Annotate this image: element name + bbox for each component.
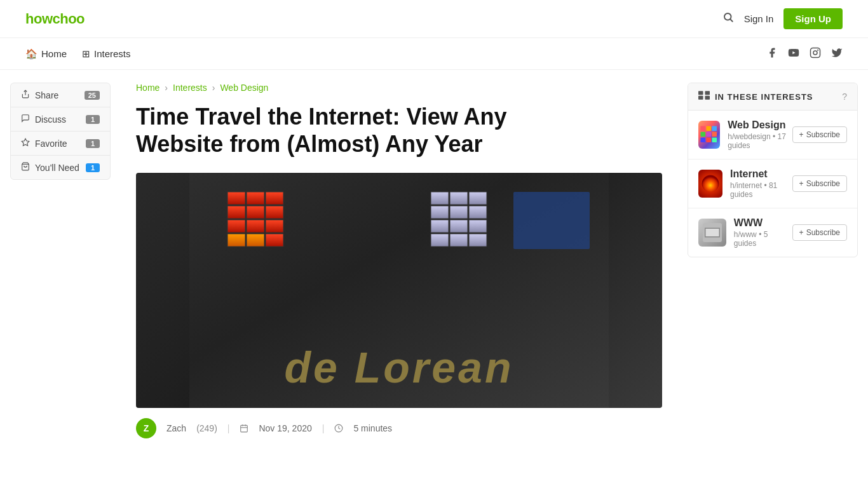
subscribe-www-button[interactable]: + Subscribe xyxy=(792,224,847,241)
interests-icon: ⊞ xyxy=(82,48,90,60)
read-time: 5 minutes xyxy=(353,423,392,433)
svg-rect-23 xyxy=(431,192,449,205)
author-info: Z Zach (249) | Nov 19, 2020 | 5 minutes xyxy=(136,418,662,438)
interest-name-internet: Internet xyxy=(730,168,792,180)
svg-rect-24 xyxy=(450,192,468,205)
author-name[interactable]: Zach xyxy=(166,423,186,433)
share-action[interactable]: Share 25 xyxy=(11,83,110,107)
article-date: Nov 19, 2020 xyxy=(259,423,311,433)
home-icon: 🏠 xyxy=(25,48,37,60)
share-label: Share xyxy=(35,90,58,100)
interest-icon-internet[interactable] xyxy=(698,170,722,198)
svg-rect-54 xyxy=(712,138,717,143)
instagram-icon[interactable] xyxy=(810,47,821,61)
in-these-interests-card: IN THESE INTERESTS ? Web Design h/webdes… xyxy=(688,83,858,257)
svg-rect-11 xyxy=(227,192,245,205)
interest-meta-www: h/www • 5 guides xyxy=(734,230,792,248)
svg-rect-33 xyxy=(450,234,468,247)
interest-icon-www[interactable] xyxy=(698,219,726,247)
interest-meta-webdesign: h/webdesign • 17 guides xyxy=(728,132,792,150)
svg-point-5 xyxy=(818,50,818,50)
interest-item-internet: Internet h/internet • 81 guides + Subscr… xyxy=(688,159,857,208)
svg-rect-15 xyxy=(247,206,264,219)
sign-up-button[interactable]: Sign Up xyxy=(783,8,843,29)
svg-rect-12 xyxy=(247,192,264,205)
svg-point-55 xyxy=(702,175,719,193)
svg-line-1 xyxy=(730,19,732,21)
breadcrumb-home[interactable]: Home xyxy=(136,83,159,93)
interest-item-webdesign: Web Design h/webdesign • 17 guides + Sub… xyxy=(688,111,857,159)
nav-home[interactable]: 🏠 Home xyxy=(25,48,67,60)
share-icon xyxy=(21,90,30,100)
svg-rect-45 xyxy=(705,96,710,100)
interest-name-www: WWW xyxy=(734,217,792,229)
interest-icon-webdesign[interactable] xyxy=(698,121,720,149)
svg-rect-31 xyxy=(469,220,487,233)
site-logo[interactable]: howchoo xyxy=(25,11,85,27)
favorite-count: 1 xyxy=(86,139,100,148)
youll-need-label: You'll Need xyxy=(35,163,79,173)
svg-rect-32 xyxy=(431,234,449,247)
article-title: Time Travel the Internet: View Any Websi… xyxy=(136,103,555,158)
svg-rect-35 xyxy=(513,192,590,249)
svg-rect-42 xyxy=(698,91,703,95)
interests-help-icon[interactable]: ? xyxy=(842,92,847,102)
svg-rect-20 xyxy=(227,234,245,247)
share-count: 25 xyxy=(85,91,100,100)
svg-rect-25 xyxy=(469,192,487,205)
discuss-count: 1 xyxy=(86,115,100,124)
interest-item-www: WWW h/www • 5 guides + Subscribe xyxy=(688,208,857,257)
sidebar-actions: Share 25 Discuss 1 Favorite xyxy=(0,70,121,451)
interests-card-icon xyxy=(698,91,710,102)
svg-rect-50 xyxy=(707,132,712,137)
svg-rect-27 xyxy=(450,206,468,219)
subscribe-plus-icon: + xyxy=(799,130,804,139)
svg-rect-14 xyxy=(227,206,245,219)
favorite-action[interactable]: Favorite 1 xyxy=(11,132,110,156)
youll-need-action[interactable]: You'll Need 1 xyxy=(11,156,110,179)
favorite-icon xyxy=(21,138,30,149)
svg-rect-26 xyxy=(431,206,449,219)
site-header: howchoo Sign In Sign Up xyxy=(0,0,868,38)
search-button[interactable] xyxy=(722,11,734,26)
discuss-icon xyxy=(21,114,30,125)
youll-need-count: 1 xyxy=(86,163,100,172)
svg-rect-3 xyxy=(811,48,820,57)
svg-rect-49 xyxy=(701,132,706,137)
svg-rect-43 xyxy=(705,91,710,95)
svg-rect-16 xyxy=(266,206,283,219)
svg-rect-17 xyxy=(227,220,245,233)
svg-rect-58 xyxy=(705,229,719,236)
discuss-label: Discuss xyxy=(35,114,66,125)
discuss-action[interactable]: Discuss 1 xyxy=(11,107,110,132)
subscribe-webdesign-button[interactable]: + Subscribe xyxy=(792,126,847,143)
breadcrumb-interests[interactable]: Interests xyxy=(173,83,207,93)
svg-rect-37 xyxy=(241,426,248,433)
favorite-label: Favorite xyxy=(35,139,67,149)
calendar-icon xyxy=(240,424,248,433)
subscribe-plus-icon-2: + xyxy=(799,179,804,188)
main-nav: 🏠 Home ⊞ Interests xyxy=(0,38,868,70)
author-sep-2: | xyxy=(322,423,325,433)
svg-rect-46 xyxy=(701,126,706,132)
youll-need-icon xyxy=(21,162,30,173)
svg-rect-22 xyxy=(266,234,283,247)
breadcrumb: Home › Interests › Web Design xyxy=(136,83,662,93)
svg-rect-53 xyxy=(707,138,712,143)
twitter-icon[interactable] xyxy=(831,47,843,61)
nav-interests[interactable]: ⊞ Interests xyxy=(82,48,131,60)
breadcrumb-sep-2: › xyxy=(212,83,215,93)
svg-rect-51 xyxy=(712,132,717,137)
facebook-icon[interactable] xyxy=(766,47,778,61)
breadcrumb-section[interactable]: Web Design xyxy=(220,83,268,93)
right-sidebar: IN THESE INTERESTS ? Web Design h/webdes… xyxy=(677,70,868,451)
nav-interests-label: Interests xyxy=(94,48,131,59)
svg-rect-52 xyxy=(701,138,706,143)
svg-point-4 xyxy=(813,51,817,55)
svg-marker-7 xyxy=(22,139,29,146)
youtube-icon[interactable] xyxy=(788,47,799,61)
interest-name-webdesign: Web Design xyxy=(728,119,792,131)
svg-rect-47 xyxy=(707,126,712,132)
subscribe-internet-button[interactable]: + Subscribe xyxy=(792,175,847,192)
sign-in-button[interactable]: Sign In xyxy=(744,13,774,24)
